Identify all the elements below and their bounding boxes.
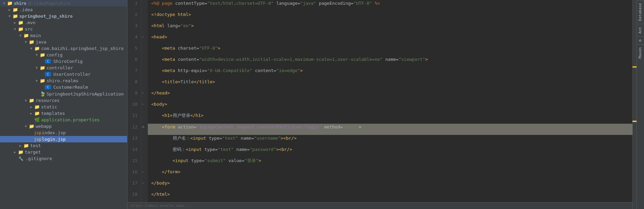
controller-label: controller: [47, 65, 73, 70]
tree-arrow-idea[interactable]: ▶: [7, 8, 12, 12]
sidebar-tab-m[interactable]: m: [637, 36, 644, 45]
properties-icon: 🌿: [34, 117, 40, 122]
tree-item-src[interactable]: ▼ 📁 src: [0, 26, 127, 32]
src-folder-icon: 📁: [18, 27, 24, 32]
code-line-16: 16▾ </form>: [127, 169, 632, 180]
tree-item-static[interactable]: ▶ 📁 static: [0, 104, 127, 110]
tree-arrow-mvn[interactable]: ▶: [12, 21, 18, 24]
shiroconfig-class-icon: C: [45, 59, 51, 64]
tree-arrow-main[interactable]: ▼: [18, 34, 23, 37]
tree-item-main[interactable]: ▼ 📁 main: [0, 32, 127, 39]
tree-arrow-config[interactable]: ▼: [34, 53, 39, 57]
tree-item-test[interactable]: ▶ 📁 test: [0, 142, 127, 149]
login-jsp-label: login.jsp: [42, 137, 66, 142]
tree-arrow-webapp[interactable]: ▼: [23, 124, 29, 128]
line-number-7: 7: [127, 67, 141, 79]
tree-item-idea[interactable]: ▶ 📁 .idea: [0, 6, 127, 13]
line-content-12[interactable]: <form action="${pageContext.request.cont…: [148, 124, 632, 135]
line-content-11[interactable]: <h1>用户登录</h1>: [148, 112, 632, 123]
line-content-4[interactable]: <head>: [148, 34, 632, 45]
tree-item-webapp[interactable]: ▼ 📁 webapp: [0, 123, 127, 129]
line-gutter-2: [141, 11, 148, 22]
test-folder-icon: 📁: [23, 143, 29, 148]
sidebar-tab-ant[interactable]: Ant: [637, 24, 644, 36]
tree-arrow-com-pkg[interactable]: ▼: [29, 47, 34, 50]
line-content-14[interactable]: 密码：<input type="text" name="password"><b…: [148, 146, 632, 157]
tree-arrow-target[interactable]: ▶: [12, 150, 18, 154]
tree-item-resources[interactable]: ▼ 📁 resources: [0, 97, 127, 104]
code-line-4: 4▾<head>: [127, 34, 632, 45]
tree-item-templates[interactable]: ▶ 📁 templates: [0, 110, 127, 117]
tree-item-customerrealm[interactable]: C CustomerRealm: [0, 84, 127, 90]
line-content-15[interactable]: <input type="submit" value="登录">: [148, 157, 632, 169]
line-content-9[interactable]: </head>: [148, 90, 632, 101]
idea-label: .idea: [19, 7, 33, 12]
usercontroller-class-icon: C: [45, 72, 51, 76]
sidebar-tab-database[interactable]: Database: [637, 0, 644, 24]
tree-arrow-resources[interactable]: ▼: [23, 99, 29, 102]
tree-item-usercontroller[interactable]: C UserController: [0, 71, 127, 77]
tree-arrow-static[interactable]: ▶: [29, 105, 34, 109]
line-number-4: 4: [127, 34, 141, 45]
fold-indicator-17[interactable]: ▾: [142, 181, 144, 185]
tree-arrow-root[interactable]: ▼: [1, 1, 7, 5]
java-label: java: [36, 39, 46, 45]
tree-item-config[interactable]: ▼ 📁 config: [0, 52, 127, 58]
tree-item-springboot[interactable]: ▼ 📁 springboot_jsp_shiro: [0, 13, 127, 19]
tree-item-com-pkg[interactable]: ▼ 📁 com.baizhi.springboot_jsp_shiro: [0, 45, 127, 52]
tree-item-controller[interactable]: ▼ 📁 controller: [0, 65, 127, 71]
tree-item-shiro-realms[interactable]: ▼ 📁 shiro.realms: [0, 77, 127, 84]
line-number-5: 5: [127, 45, 141, 56]
tree-arrow-templates[interactable]: ▶: [29, 111, 34, 115]
code-line-15: 15 <input type="submit" value="登录">: [127, 157, 632, 169]
tree-item-target[interactable]: ▶ 📁 target: [0, 149, 127, 155]
line-content-10[interactable]: <body>: [148, 101, 632, 112]
tree-arrow-src[interactable]: ▼: [12, 27, 18, 31]
tree-item-application-properties[interactable]: 🌿 application.properties: [0, 117, 127, 123]
line-content-18[interactable]: </html>: [148, 191, 632, 202]
gitignore-icon: 🔧: [18, 156, 24, 161]
root-folder-icon: 📁: [7, 1, 13, 6]
tree-root[interactable]: ▼ 📁 shiro D:\IdeaPage\shiro: [0, 0, 127, 6]
line-content-8[interactable]: <title>Title</title>: [148, 79, 632, 90]
fold-indicator-10[interactable]: ▾: [142, 102, 144, 106]
code-editor[interactable]: 1<%@ page contentType="text/html;charset…: [127, 0, 632, 209]
tree-item-java[interactable]: ▼ 📁 java: [0, 39, 127, 45]
line-content-3[interactable]: <html lang="en">: [148, 22, 632, 34]
line-content-7[interactable]: <meta http-equiv="X-UA-Compatible" conte…: [148, 67, 632, 79]
tree-arrow-shiro-realms[interactable]: ▼: [34, 79, 39, 83]
line-content-5[interactable]: <meta charset="UTF-8">: [148, 45, 632, 56]
line-content-6[interactable]: <meta content="width=device-width,initia…: [148, 56, 632, 67]
code-line-13: 13 用户名：<input type="text" name="username…: [127, 135, 632, 146]
code-line-1: 1<%@ page contentType="text/html;charset…: [127, 0, 632, 11]
tree-item-index-jsp[interactable]: jsp index.jsp: [0, 129, 127, 136]
file-tree[interactable]: ▼ 📁 shiro D:\IdeaPage\shiro ▶ 📁 .idea ▼ …: [0, 0, 127, 209]
tree-arrow-springboot[interactable]: ▼: [7, 14, 12, 18]
line-gutter-6: [141, 56, 148, 67]
line-gutter-4: ▾: [141, 34, 148, 45]
shiro-app-label: SpringbootJspShiroApplication: [47, 91, 124, 97]
line-gutter-16: ▾: [141, 169, 148, 180]
webapp-folder-icon: 📁: [29, 124, 35, 129]
tree-arrow-controller[interactable]: ▼: [34, 66, 39, 70]
fold-indicator-16[interactable]: ▾: [142, 170, 144, 174]
tree-arrow-java[interactable]: ▼: [23, 40, 29, 44]
tree-arrow-test[interactable]: ▶: [18, 144, 23, 147]
tree-item-shiro-app[interactable]: 🍃 SpringbootJspShiroApplication: [0, 90, 127, 97]
tree-item-login-jsp[interactable]: jsp login.jsp: [0, 136, 127, 142]
fold-indicator-9[interactable]: ▾: [142, 91, 144, 95]
java-folder-icon: 📁: [29, 39, 35, 45]
line-content-13[interactable]: 用户名：<input type="text" name="username"><…: [148, 135, 632, 146]
line-content-17[interactable]: </body>: [148, 180, 632, 191]
fold-indicator-4[interactable]: ▾: [142, 35, 144, 39]
code-line-11: 11 <h1>用户登录</h1>: [127, 112, 632, 123]
line-content-16[interactable]: </form>: [148, 169, 632, 180]
sidebar-tab-maven[interactable]: Maven: [637, 44, 644, 61]
line-number-3: 3: [127, 22, 141, 34]
line-content-2[interactable]: <!doctype html>: [148, 11, 632, 22]
code-line-5: 5 <meta charset="UTF-8">: [127, 45, 632, 56]
tree-item-mvn[interactable]: ▶ 📁 .mvn: [0, 19, 127, 26]
tree-item-gitignore[interactable]: 🔧 .gitignore: [0, 155, 127, 162]
line-content-1[interactable]: <%@ page contentType="text/html;charset=…: [148, 0, 632, 11]
tree-item-shiroconfig[interactable]: C ShiroConfig: [0, 58, 127, 65]
